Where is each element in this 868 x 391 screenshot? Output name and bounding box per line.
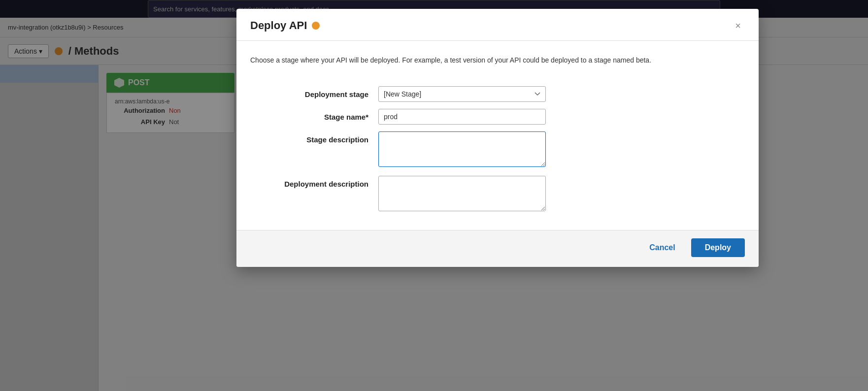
modal-header: Deploy API ×	[236, 9, 759, 41]
deployment-description-row: Deployment description	[250, 176, 745, 213]
deployment-stage-row: Deployment stage [New Stage] prod dev st…	[250, 86, 745, 102]
deployment-description-label: Deployment description	[284, 180, 368, 188]
deployment-description-input[interactable]	[378, 176, 546, 211]
deploy-api-modal: Deploy API × Choose a stage where your A…	[236, 9, 759, 267]
stage-name-row: Stage name*	[250, 109, 745, 125]
modal-title: Deploy API	[250, 19, 307, 32]
modal-footer: Cancel Deploy	[236, 230, 759, 267]
form-table: Deployment stage [New Stage] prod dev st…	[250, 79, 745, 220]
cancel-button[interactable]: Cancel	[641, 239, 683, 256]
modal-status-dot	[312, 22, 320, 30]
modal-title-row: Deploy API	[250, 19, 320, 32]
stage-name-label: Stage name*	[324, 113, 368, 121]
deploy-button[interactable]: Deploy	[691, 238, 745, 257]
deployment-stage-label: Deployment stage	[305, 90, 368, 98]
modal-body: Choose a stage where your API will be de…	[236, 41, 759, 230]
stage-description-input[interactable]	[378, 131, 546, 167]
stage-description-row: Stage description	[250, 131, 745, 169]
close-button[interactable]: ×	[731, 19, 745, 33]
stage-name-input[interactable]	[378, 109, 546, 125]
deployment-stage-select[interactable]: [New Stage] prod dev staging	[378, 86, 546, 102]
modal-description: Choose a stage where your API will be de…	[250, 55, 654, 65]
stage-description-label: Stage description	[306, 135, 368, 144]
